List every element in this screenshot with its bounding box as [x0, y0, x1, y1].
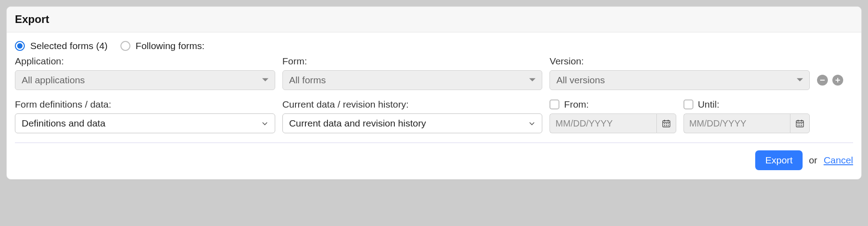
export-panel: Export Selected forms (4) Following form… — [6, 6, 862, 180]
radio-selected-forms-label: Selected forms (4) — [30, 41, 108, 51]
definitions-value: Definitions and data — [22, 118, 106, 129]
svg-rect-17 — [798, 123, 799, 124]
definitions-label: Form definitions / data: — [15, 99, 275, 110]
application-value: All applications — [22, 75, 85, 86]
until-date-input[interactable]: MM/DD/YYYY — [683, 113, 790, 133]
svg-rect-11 — [666, 125, 667, 126]
until-checkbox[interactable] — [683, 99, 693, 109]
svg-rect-20 — [798, 125, 799, 126]
options-row: Form definitions / data: Definitions and… — [15, 99, 853, 133]
until-date-picker-button[interactable] — [790, 113, 810, 133]
version-select[interactable]: All versions — [549, 70, 810, 90]
radio-icon — [15, 41, 25, 51]
from-checkbox[interactable] — [549, 99, 559, 109]
until-field: Until: MM/DD/YYYY — [683, 99, 810, 133]
svg-rect-18 — [799, 123, 800, 124]
version-field: Version: All versions — [549, 56, 810, 90]
until-placeholder: MM/DD/YYYY — [689, 118, 747, 129]
radio-selected-forms[interactable]: Selected forms (4) — [15, 41, 108, 51]
svg-rect-21 — [799, 125, 800, 126]
cancel-link[interactable]: Cancel — [824, 155, 853, 166]
svg-rect-2 — [836, 80, 840, 81]
calendar-icon — [795, 119, 804, 128]
from-date-input[interactable]: MM/DD/YYYY — [549, 113, 656, 133]
svg-rect-22 — [801, 125, 802, 126]
application-field: Application: All applications — [15, 56, 275, 90]
svg-rect-9 — [668, 123, 669, 124]
plus-icon — [835, 77, 840, 83]
svg-rect-0 — [820, 80, 825, 81]
from-date-picker-button[interactable] — [656, 113, 676, 133]
revision-value: Current data and revision history — [289, 118, 426, 129]
svg-rect-10 — [664, 125, 665, 126]
radio-icon — [120, 41, 130, 51]
date-group: From: MM/DD/YYYY — [549, 99, 810, 133]
revision-label: Current data / revision history: — [282, 99, 543, 110]
version-label: Version: — [549, 56, 810, 67]
form-select[interactable]: All forms — [282, 70, 543, 90]
svg-rect-19 — [801, 123, 802, 124]
mode-radio-group: Selected forms (4) Following forms: — [15, 41, 853, 51]
definitions-field: Form definitions / data: Definitions and… — [15, 99, 275, 133]
form-field: Form: All forms — [282, 56, 543, 90]
calendar-icon — [662, 119, 671, 128]
from-field: From: MM/DD/YYYY — [549, 99, 676, 133]
chevron-down-icon — [262, 77, 268, 83]
chevron-down-icon — [528, 120, 536, 127]
export-button[interactable]: Export — [755, 150, 803, 170]
panel-body: Selected forms (4) Following forms: Appl… — [7, 32, 861, 179]
application-select[interactable]: All applications — [15, 70, 275, 90]
form-label: Form: — [282, 56, 543, 67]
row-actions — [817, 70, 853, 90]
until-label: Until: — [698, 99, 720, 110]
or-text: or — [809, 155, 817, 166]
radio-following-forms-label: Following forms: — [136, 41, 205, 51]
svg-rect-12 — [668, 125, 669, 126]
definitions-select[interactable]: Definitions and data — [15, 113, 275, 133]
filters-row: Application: All applications Form: All … — [15, 56, 853, 90]
footer: Export or Cancel — [15, 150, 853, 170]
from-label: From: — [564, 99, 589, 110]
application-label: Application: — [15, 56, 275, 67]
radio-following-forms[interactable]: Following forms: — [120, 41, 205, 51]
panel-title: Export — [7, 7, 861, 32]
from-placeholder: MM/DD/YYYY — [555, 118, 613, 129]
revision-field: Current data / revision history: Current… — [282, 99, 543, 133]
remove-row-button[interactable] — [817, 75, 828, 86]
minus-icon — [820, 77, 825, 83]
form-value: All forms — [289, 75, 326, 86]
svg-rect-8 — [666, 123, 667, 124]
add-row-button[interactable] — [832, 75, 843, 86]
version-value: All versions — [556, 75, 605, 86]
chevron-down-icon — [529, 77, 536, 83]
divider — [15, 142, 853, 143]
chevron-down-icon — [797, 77, 803, 83]
revision-select[interactable]: Current data and revision history — [282, 113, 543, 133]
svg-rect-7 — [664, 123, 665, 124]
chevron-down-icon — [261, 120, 268, 127]
